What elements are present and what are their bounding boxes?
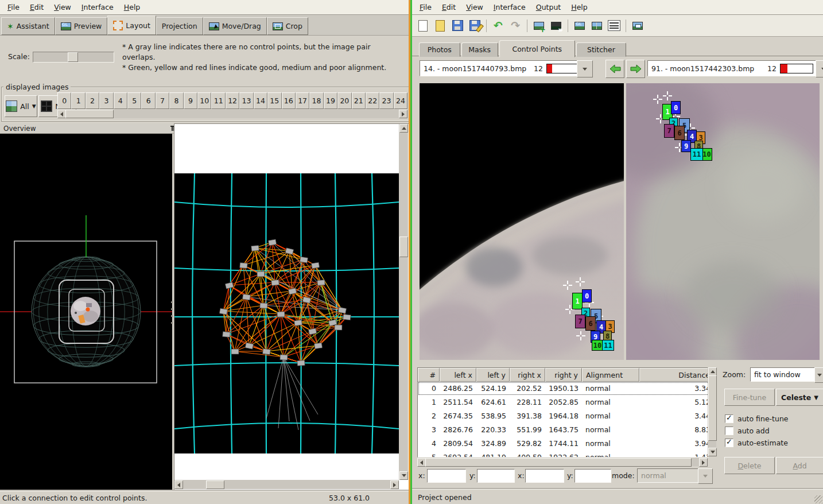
cp-row-0[interactable]: 02486.25524.19202.521950.13normal3.34 bbox=[418, 382, 709, 396]
image-toggle-23[interactable]: 23 bbox=[379, 92, 393, 109]
image-toggle-6[interactable]: 6 bbox=[141, 92, 155, 109]
checkbox-auto-fine-tune[interactable]: auto fine-tune bbox=[725, 414, 822, 424]
left-image-combo[interactable]: 14. - moon1517440793.bmp 12 bbox=[420, 60, 584, 76]
tab-stitcher[interactable]: Stitcher bbox=[576, 42, 626, 57]
control-point-7[interactable]: 7 bbox=[575, 315, 585, 328]
image-strip-scrollbar-thumb[interactable] bbox=[65, 110, 114, 118]
preview-icon[interactable] bbox=[590, 19, 604, 33]
image-toggle-8[interactable]: 8 bbox=[169, 92, 183, 109]
image-toggle-2[interactable]: 2 bbox=[86, 92, 99, 109]
menu-help[interactable]: Help bbox=[566, 1, 593, 14]
image-toggle-5[interactable]: 5 bbox=[127, 92, 141, 109]
cp-row-1[interactable]: 12511.54624.61228.112052.85normal5.12 bbox=[418, 396, 709, 409]
image-toggle-20[interactable]: 20 bbox=[337, 92, 351, 109]
menu-file[interactable]: File bbox=[2, 1, 25, 14]
tab-layout[interactable]: Layout bbox=[107, 15, 156, 35]
control-point-6[interactable]: 6 bbox=[674, 126, 685, 140]
checkbox-auto-add[interactable]: auto add bbox=[725, 426, 822, 436]
image-toggle-12[interactable]: 12 bbox=[226, 92, 239, 109]
cp-row-3[interactable]: 32826.76220.33551.991643.75normal8.83 bbox=[418, 423, 709, 437]
scale-slider-thumb[interactable] bbox=[68, 52, 78, 62]
zoom-combo-arrow[interactable] bbox=[814, 367, 823, 383]
coord-y1-field[interactable] bbox=[477, 469, 515, 483]
open-project-icon[interactable] bbox=[433, 19, 447, 33]
right-image-panel[interactable]: 10257643981011 bbox=[626, 83, 820, 360]
layout-hscrollbar[interactable] bbox=[174, 480, 399, 489]
tab-crop[interactable]: Crop bbox=[267, 17, 308, 35]
image-toggle-9[interactable]: 9 bbox=[184, 92, 197, 109]
new-project-icon[interactable] bbox=[416, 19, 430, 33]
save-project-icon[interactable] bbox=[451, 19, 464, 33]
control-point-0[interactable]: 0 bbox=[671, 101, 681, 114]
image-toggle-4[interactable]: 4 bbox=[114, 92, 127, 109]
checkbox-auto-estimate[interactable]: auto-estimate bbox=[725, 438, 822, 448]
checkbox-box[interactable] bbox=[725, 427, 733, 435]
menu-edit[interactable]: Edit bbox=[437, 1, 461, 14]
tab-projection[interactable]: Projection bbox=[156, 17, 203, 35]
mode-combo-arrow[interactable] bbox=[698, 468, 713, 484]
column-header-rightx[interactable]: right x bbox=[510, 368, 545, 382]
image-toggle-14[interactable]: 14 bbox=[254, 92, 267, 109]
checkbox-box[interactable] bbox=[725, 439, 733, 447]
add-time-series-icon[interactable]: » bbox=[549, 19, 563, 33]
redo-icon[interactable]: ↷ bbox=[508, 19, 522, 33]
image-toggle-17[interactable]: 17 bbox=[296, 92, 309, 109]
column-header-Alignment[interactable]: Alignment bbox=[582, 368, 639, 382]
add-cp-button[interactable]: Add bbox=[776, 457, 823, 474]
scale-slider[interactable] bbox=[33, 52, 114, 63]
previous-pair-button[interactable] bbox=[605, 60, 624, 78]
coord-y2-field[interactable] bbox=[574, 469, 611, 483]
image-toggle-13[interactable]: 13 bbox=[239, 92, 253, 109]
image-toggle-10[interactable]: 10 bbox=[197, 92, 211, 109]
control-point-1[interactable]: 1 bbox=[572, 293, 583, 309]
image-toggle-15[interactable]: 15 bbox=[267, 92, 281, 109]
menu-help[interactable]: Help bbox=[119, 1, 146, 14]
checkbox-box[interactable] bbox=[725, 414, 733, 423]
menu-view[interactable]: View bbox=[461, 1, 488, 14]
control-point-0[interactable]: 0 bbox=[582, 289, 592, 303]
celeste-button[interactable]: Celeste▼ bbox=[776, 389, 823, 406]
menu-interface[interactable]: Interface bbox=[488, 1, 531, 14]
layout-canvas[interactable] bbox=[174, 124, 399, 480]
panorama-editor-icon[interactable] bbox=[631, 19, 645, 33]
column-header-[interactable]: # bbox=[418, 368, 440, 382]
menu-view[interactable]: View bbox=[49, 1, 76, 14]
table-vscrollbar-thumb[interactable] bbox=[708, 375, 717, 441]
main-resize-grip[interactable] bbox=[814, 495, 822, 503]
control-point-11[interactable]: 11 bbox=[602, 340, 614, 351]
menu-file[interactable]: File bbox=[414, 1, 437, 14]
mode-combo[interactable]: normal bbox=[637, 468, 705, 483]
layout-hscrollbar-thumb[interactable] bbox=[206, 480, 224, 489]
next-pair-button[interactable] bbox=[626, 60, 645, 78]
column-header-righty[interactable]: right y bbox=[545, 368, 582, 382]
column-header-leftx[interactable]: left x bbox=[440, 368, 476, 382]
fine-tune-button[interactable]: Fine-tune bbox=[724, 389, 775, 406]
image-toggle-19[interactable]: 19 bbox=[324, 92, 337, 109]
column-header-Distance[interactable]: Distance bbox=[639, 368, 709, 382]
image-toggle-22[interactable]: 22 bbox=[366, 92, 379, 109]
coord-x1-field[interactable] bbox=[427, 469, 466, 483]
table-hscrollbar[interactable] bbox=[417, 458, 708, 466]
image-toggle-7[interactable]: 7 bbox=[156, 92, 169, 109]
table-hscrollbar-thumb[interactable] bbox=[425, 458, 692, 467]
image-toggle-21[interactable]: 21 bbox=[352, 92, 366, 109]
image-toggle-18[interactable]: 18 bbox=[309, 92, 323, 109]
control-point-7[interactable]: 7 bbox=[664, 124, 674, 138]
image-strip-scrollbar[interactable] bbox=[57, 110, 407, 118]
overview-canvas[interactable] bbox=[0, 134, 172, 490]
save-as-icon[interactable] bbox=[468, 19, 482, 33]
layout-vscrollbar[interactable] bbox=[399, 124, 408, 480]
undo-icon[interactable]: ↶ bbox=[491, 19, 505, 33]
zoom-combo[interactable]: fit to window bbox=[750, 367, 821, 382]
delete-cp-button[interactable]: Delete bbox=[724, 457, 775, 474]
image-toggle-11[interactable]: 11 bbox=[211, 92, 225, 109]
cp-row-5[interactable]: 52692.54481.19409.591922.62normal1.43 bbox=[418, 451, 709, 458]
control-points-list-icon[interactable] bbox=[607, 19, 621, 33]
show-all-images-button[interactable]: All▼ bbox=[5, 95, 37, 117]
menu-edit[interactable]: Edit bbox=[25, 1, 49, 14]
left-image-panel[interactable]: 01257643981011 bbox=[420, 83, 624, 360]
cp-row-2[interactable]: 22674.35538.95391.381964.18normal3.44 bbox=[418, 409, 709, 423]
gl-preview-icon[interactable]: GL bbox=[573, 19, 587, 33]
control-point-9[interactable]: 9 bbox=[681, 140, 691, 152]
tab-masks[interactable]: Masks bbox=[461, 42, 498, 57]
